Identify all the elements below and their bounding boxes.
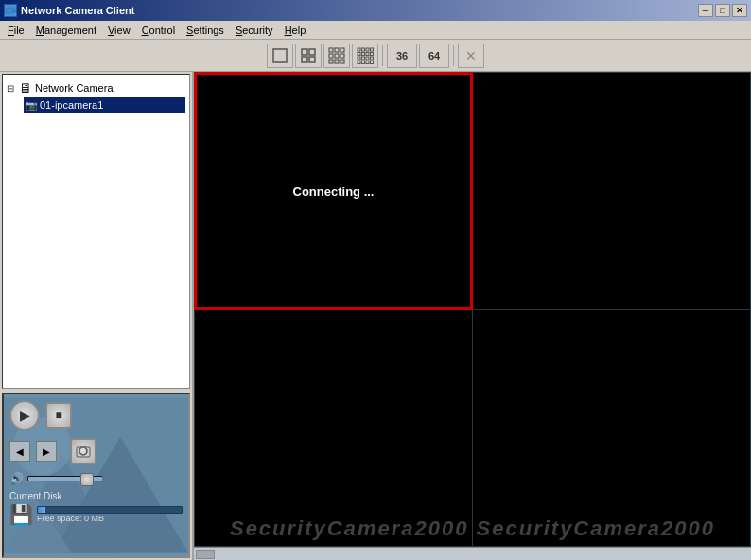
- disk-info: 💾 Free space: 0 MB: [9, 503, 183, 526]
- svg-rect-26: [366, 57, 369, 60]
- svg-rect-14: [335, 60, 339, 63]
- network-icon: 🖥: [19, 80, 32, 96]
- menu-file[interactable]: File: [2, 23, 30, 38]
- camera-area: Connecting ... SecurityCamera2000 Securi…: [194, 72, 751, 560]
- svg-rect-12: [341, 54, 344, 58]
- volume-icon: 🔊: [9, 472, 24, 485]
- layout-64-button[interactable]: 64: [419, 44, 449, 68]
- layout-1x1-button[interactable]: [267, 44, 293, 68]
- svg-rect-8: [335, 48, 339, 52]
- svg-rect-22: [366, 52, 369, 55]
- tree-camera-item[interactable]: 📷 01-ipcamera1: [24, 97, 185, 113]
- camera-tree[interactable]: ⊟ 🖥 Network Camera 📷 01-ipcamera1: [2, 74, 190, 389]
- svg-rect-5: [302, 57, 307, 62]
- snapshot-button[interactable]: [70, 438, 96, 464]
- toolbar-separator-1: [382, 45, 383, 66]
- tree-camera-label: 01-ipcamera1: [40, 99, 103, 111]
- scrollbar-thumb[interactable]: [196, 550, 215, 559]
- restore-button[interactable]: □: [715, 4, 730, 17]
- camera-cell-2[interactable]: [473, 73, 750, 309]
- svg-rect-19: [371, 48, 374, 51]
- main-area: ⊟ 🖥 Network Camera 📷 01-ipcamera1: [0, 72, 751, 560]
- toolbar: 36 64 ✕: [0, 40, 751, 72]
- playback-controls: ▶ ■: [9, 400, 183, 430]
- svg-rect-11: [335, 54, 339, 58]
- svg-rect-31: [371, 61, 374, 63]
- menu-view[interactable]: View: [102, 23, 136, 38]
- svg-marker-1: [13, 9, 16, 12]
- svg-rect-4: [309, 49, 315, 55]
- svg-rect-23: [371, 52, 374, 55]
- camera-cell-3[interactable]: [195, 310, 472, 547]
- menu-control[interactable]: Control: [136, 23, 181, 38]
- menu-settings[interactable]: Settings: [181, 23, 230, 38]
- svg-rect-29: [362, 61, 365, 63]
- disk-label: Current Disk: [9, 491, 183, 501]
- svg-rect-27: [371, 57, 374, 60]
- menu-help[interactable]: Help: [279, 23, 312, 38]
- close-view-button[interactable]: ✕: [458, 44, 484, 68]
- app-icon: [4, 4, 17, 17]
- svg-rect-7: [329, 48, 333, 52]
- menu-bar: File Management View Control Settings Se…: [0, 21, 751, 40]
- layout-4x4-button[interactable]: [352, 44, 378, 68]
- volume-row: 🔊: [9, 472, 183, 485]
- svg-rect-30: [366, 61, 369, 63]
- svg-rect-16: [358, 48, 360, 51]
- svg-rect-13: [329, 60, 333, 63]
- tree-expand-icon[interactable]: ⊟: [7, 83, 16, 94]
- play-button[interactable]: ▶: [9, 400, 40, 430]
- disk-bar-fill: [38, 507, 45, 513]
- ptz-left-button[interactable]: ◀: [9, 441, 30, 462]
- svg-rect-3: [302, 49, 307, 55]
- horizontal-scrollbar[interactable]: [194, 547, 751, 560]
- svg-rect-20: [358, 52, 360, 55]
- svg-rect-18: [366, 48, 369, 51]
- disk-detail: Free space: 0 MB: [37, 506, 183, 523]
- disk-bar-track: [37, 506, 183, 514]
- svg-rect-15: [341, 60, 344, 63]
- tree-root-label: Network Camera: [35, 82, 114, 94]
- svg-rect-9: [341, 48, 344, 52]
- camera-cell-1[interactable]: Connecting ...: [195, 73, 472, 309]
- svg-rect-24: [358, 57, 360, 60]
- tree-root-item[interactable]: ⊟ 🖥 Network Camera: [7, 79, 185, 97]
- menu-security[interactable]: Security: [230, 23, 279, 38]
- svg-rect-10: [329, 54, 333, 58]
- toolbar-separator-2: [453, 45, 454, 66]
- stop-button[interactable]: ■: [45, 402, 72, 429]
- minimize-button[interactable]: ─: [698, 4, 713, 17]
- volume-slider-thumb[interactable]: [80, 473, 94, 486]
- disk-free-space: Free space: 0 MB: [37, 514, 183, 523]
- title-bar: Network Camera Client ─ □ ✕: [0, 0, 751, 21]
- ptz-row: ◀ ▶: [9, 438, 183, 464]
- disk-section: Current Disk 💾 Free space: 0 MB: [9, 491, 183, 526]
- svg-rect-0: [6, 8, 13, 13]
- camera-status-icon: 📷: [26, 100, 37, 111]
- svg-rect-25: [362, 57, 365, 60]
- control-panel: ▶ ■ ◀ ▶: [2, 393, 190, 558]
- ptz-right-button[interactable]: ▶: [36, 441, 57, 462]
- svg-rect-17: [362, 48, 365, 51]
- left-panel: ⊟ 🖥 Network Camera 📷 01-ipcamera1: [0, 72, 194, 560]
- svg-rect-6: [309, 57, 315, 62]
- title-bar-controls: ─ □ ✕: [698, 4, 747, 17]
- svg-rect-28: [358, 61, 360, 63]
- layout-3x3-button[interactable]: [323, 44, 350, 68]
- svg-rect-21: [362, 52, 365, 55]
- camera-grid: Connecting ...: [194, 72, 751, 547]
- menu-management[interactable]: Management: [30, 23, 102, 38]
- close-button[interactable]: ✕: [732, 4, 747, 17]
- disk-icon: 💾: [9, 503, 33, 526]
- title-bar-left: Network Camera Client: [4, 4, 134, 17]
- volume-slider[interactable]: [27, 476, 103, 481]
- camera-cell-4[interactable]: [473, 310, 750, 547]
- snapshot-btn-wrapper: [70, 438, 96, 464]
- svg-point-37: [79, 447, 87, 455]
- layout-36-button[interactable]: 36: [387, 44, 417, 68]
- connecting-status: Connecting ...: [293, 184, 375, 198]
- svg-rect-2: [273, 49, 287, 62]
- window-title: Network Camera Client: [21, 5, 134, 16]
- layout-2x2-button[interactable]: [295, 44, 322, 68]
